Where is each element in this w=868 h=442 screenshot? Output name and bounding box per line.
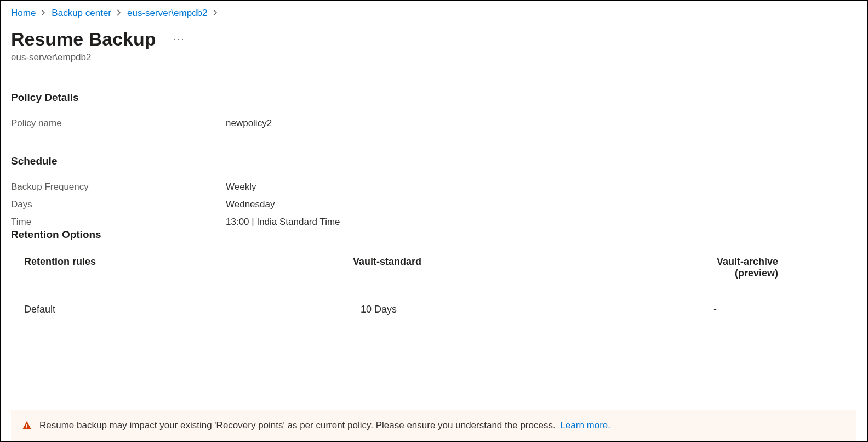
table-row: Default 10 Days - (11, 288, 857, 331)
policy-name-value: newpolicy2 (226, 118, 272, 129)
retention-rule-name: Default (24, 304, 353, 315)
svg-rect-0 (26, 424, 27, 427)
policy-name-row: Policy name newpolicy2 (11, 118, 857, 129)
warning-text: Resume backup may impact your existing '… (39, 420, 610, 431)
retention-table-header: Retention rules Vault-standard Vault-arc… (11, 256, 857, 288)
retention-options-heading: Retention Options (11, 229, 857, 241)
breadcrumb: Home Backup center eus-server\empdb2 (11, 8, 857, 19)
time-label: Time (11, 217, 226, 228)
policy-details-heading: Policy Details (11, 92, 857, 104)
retention-table: Retention rules Vault-standard Vault-arc… (11, 256, 857, 331)
chevron-right-icon (117, 9, 122, 18)
backup-frequency-row: Backup Frequency Weekly (11, 182, 857, 192)
time-value: 13:00 | India Standard Time (226, 217, 340, 228)
days-value: Wednesday (226, 199, 275, 210)
retention-rule-archive: - (671, 304, 844, 315)
days-label: Days (11, 199, 226, 210)
col-vault-standard: Vault-standard (353, 256, 671, 279)
retention-rule-standard: 10 Days (353, 304, 671, 315)
schedule-heading: Schedule (11, 155, 857, 167)
days-row: Days Wednesday (11, 199, 857, 210)
backup-frequency-value: Weekly (226, 182, 256, 192)
breadcrumb-resource[interactable]: eus-server\empdb2 (127, 8, 207, 19)
page-subtitle: eus-server\empdb2 (11, 52, 857, 63)
time-row: Time 13:00 | India Standard Time (11, 217, 857, 228)
more-actions-button[interactable]: ··· (172, 31, 187, 47)
title-row: Resume Backup ··· (11, 29, 857, 50)
chevron-right-icon (213, 9, 218, 18)
page-title: Resume Backup (11, 29, 156, 50)
svg-rect-1 (26, 427, 27, 428)
warning-icon (22, 421, 32, 430)
breadcrumb-home[interactable]: Home (11, 8, 36, 19)
breadcrumb-backup-center[interactable]: Backup center (52, 8, 111, 19)
learn-more-link[interactable]: Learn more. (560, 420, 610, 430)
warning-bar: Resume backup may impact your existing '… (11, 410, 856, 441)
col-vault-archive: Vault-archive (preview) (671, 256, 844, 279)
backup-frequency-label: Backup Frequency (11, 182, 226, 192)
col-retention-rules: Retention rules (24, 256, 353, 279)
policy-name-label: Policy name (11, 118, 226, 129)
chevron-right-icon (41, 9, 46, 18)
